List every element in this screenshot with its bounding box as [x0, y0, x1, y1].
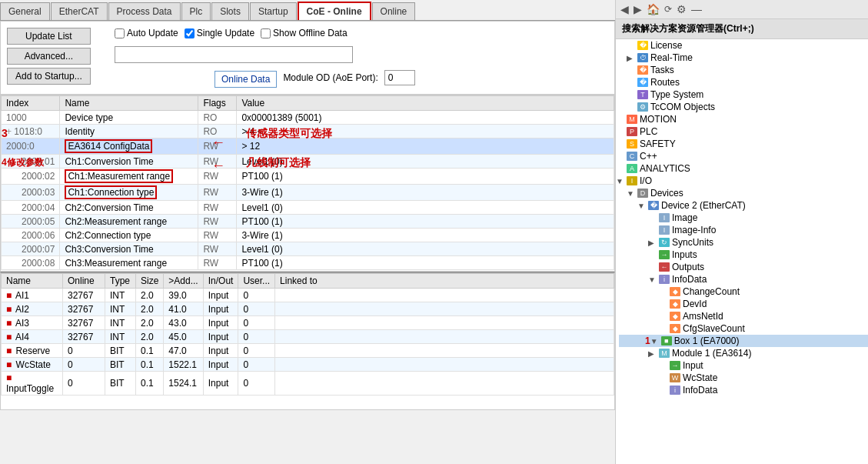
tree-item-cfgslavecount[interactable]: ◆ CfgSlaveCount — [616, 322, 868, 335]
single-update-checkbox[interactable]: Single Update — [185, 28, 254, 38]
tree-arrow-motion[interactable] — [616, 115, 627, 124]
tree-arrow-input[interactable] — [659, 362, 670, 370]
tree-arrow-imageinfo[interactable] — [648, 226, 659, 235]
bottom-table-row[interactable]: ■ InputToggle 0 BIT 0.1 1524.1 Input 0 — [2, 372, 614, 396]
tree-item-io[interactable]: ▼ I I/O — [616, 175, 868, 187]
coe-row-index[interactable]: 1000 — [2, 111, 60, 125]
coe-row-name[interactable]: Ch1:Connection type — [60, 185, 198, 201]
tab-plc[interactable]: Plc — [181, 2, 211, 20]
coe-row-index[interactable]: 2000:06 — [2, 229, 60, 242]
online-data-button[interactable]: Online Data — [215, 71, 277, 88]
tree-item-motion[interactable]: M MOTION — [616, 113, 868, 125]
add-to-startup-button[interactable]: Add to Startup... — [7, 68, 91, 85]
tree-item-tasks[interactable]: � Tasks — [616, 64, 868, 76]
tree-arrow-typesystem[interactable] — [627, 91, 637, 99]
tree-arrow-realtime[interactable]: ▶ — [627, 54, 637, 62]
tree-item-tccom[interactable]: ⚙ TcCOM Objects — [616, 101, 868, 113]
tab-processdata[interactable]: Process Data — [108, 2, 181, 20]
tree-item-device2[interactable]: ▼ � Device 2 (EtherCAT) — [616, 199, 868, 212]
toolbar-settings[interactable]: ⚙ — [675, 2, 688, 17]
tree-arrow-inputs[interactable] — [648, 251, 659, 259]
bottom-table-row[interactable]: ■ Reserve 0 BIT 0.1 47.0 Input 0 — [2, 344, 614, 358]
tab-slots[interactable]: Slots — [211, 2, 249, 20]
tree-item-wcstate2[interactable]: W WcState — [616, 372, 868, 384]
coe-row-index[interactable]: 2000:0 — [2, 139, 60, 155]
text-box[interactable] — [115, 46, 353, 63]
auto-update-input[interactable] — [115, 28, 125, 38]
coe-row-index[interactable]: 2000:02 — [2, 169, 60, 185]
tree-arrow-changecount[interactable] — [659, 288, 670, 296]
coe-row-index[interactable]: + 1018:0 — [2, 125, 60, 139]
tree-item-imageinfo[interactable]: I Image-Info — [616, 224, 868, 236]
toolbar-refresh[interactable]: ⟳ — [663, 2, 673, 16]
show-offline-checkbox[interactable]: Show Offline Data — [261, 28, 348, 38]
tree-item-box1[interactable]: 1▼ ■ Box 1 (EA7000) — [619, 335, 868, 347]
coe-row-name[interactable]: Ch3:Measurement range — [60, 256, 198, 270]
tab-general[interactable]: General — [0, 2, 50, 20]
toolbar-minimize[interactable]: — — [690, 2, 703, 17]
coe-row-index[interactable]: 2000:01 — [2, 155, 60, 169]
bottom-table-row[interactable]: ■ AI3 32767 INT 2.0 43.0 Input 0 — [2, 316, 614, 330]
show-offline-input[interactable] — [261, 28, 271, 38]
coe-row-name[interactable]: Device type — [60, 111, 198, 125]
tree-item-amsnetid[interactable]: ◆ AmsNetId — [616, 310, 868, 322]
single-update-input[interactable] — [185, 28, 195, 38]
coe-row-index[interactable]: 2000:03 — [2, 185, 60, 201]
tree-item-infodata2[interactable]: i InfoData — [616, 384, 868, 396]
coe-row-name[interactable]: EA3614 ConfigData — [60, 139, 198, 155]
tree-item-devices[interactable]: ▼ D Devices — [616, 187, 868, 199]
auto-update-checkbox[interactable]: Auto Update — [115, 28, 178, 38]
tree-arrow-analytics[interactable] — [616, 165, 627, 173]
tree-item-inputs[interactable]: → Inputs — [616, 249, 868, 261]
tree-item-syncunits[interactable]: ▶ ↻ SyncUnits — [616, 236, 868, 249]
coe-row-name[interactable]: Ch2:Connection type — [60, 229, 198, 242]
tree-item-realtime[interactable]: ▶ ⏱ Real-Time — [616, 52, 868, 64]
tree-item-infodata[interactable]: ▼ i InfoData — [616, 273, 868, 285]
tree-arrow-cpp[interactable] — [616, 152, 627, 161]
coe-row-index[interactable]: 2000:04 — [2, 201, 60, 215]
tree-arrow-devid[interactable] — [659, 300, 670, 309]
tree-item-typesystem[interactable]: T Type System — [616, 88, 868, 101]
tree-arrow-infodata2[interactable] — [659, 386, 670, 395]
toolbar-forward[interactable]: ▶ — [632, 2, 644, 17]
coe-row-name[interactable]: Ch1:Conversion Time — [60, 155, 198, 169]
tab-ethercat[interactable]: EtherCAT — [51, 2, 108, 20]
bottom-table-row[interactable]: ■ AI2 32767 INT 2.0 41.0 Input 0 — [2, 302, 614, 316]
tree-arrow-wcstate2[interactable] — [659, 374, 670, 382]
toolbar-home[interactable]: 🏠 — [645, 2, 661, 17]
tree-arrow-routes[interactable] — [627, 78, 637, 87]
coe-row-name[interactable]: Ch2:Conversion Time — [60, 201, 198, 215]
tree-arrow-devices[interactable]: ▼ — [627, 189, 637, 198]
coe-row-index[interactable]: 2000:08 — [2, 256, 60, 270]
tree-item-cpp[interactable]: C C++ — [616, 150, 868, 162]
coe-row-name[interactable]: Identity — [60, 125, 198, 139]
tree-item-module1[interactable]: ▶ M Module 1 (EA3614) — [616, 347, 868, 359]
tree-item-image[interactable]: I Image — [616, 212, 868, 224]
tree-arrow-tasks[interactable] — [627, 66, 637, 75]
tree-item-plc[interactable]: P PLC — [616, 125, 868, 138]
tab-online[interactable]: Online — [372, 2, 416, 20]
tree-arrow-device2[interactable]: ▼ — [637, 202, 648, 210]
tree-item-safety[interactable]: S SAFETY — [616, 138, 868, 150]
coe-row-name[interactable]: Ch1:Measurement range — [60, 169, 198, 185]
tab-startup[interactable]: Startup — [250, 2, 297, 20]
tree-item-devid[interactable]: ◆ DevId — [616, 298, 868, 310]
tree-item-changecount[interactable]: ◆ ChangeCount — [616, 285, 868, 298]
coe-row-index[interactable]: 2000:05 — [2, 215, 60, 229]
coe-row-name[interactable]: Ch3:Conversion Time — [60, 242, 198, 256]
tree-arrow-infodata[interactable]: ▼ — [648, 275, 659, 284]
tab-coe-online[interactable]: CoE - Online — [298, 2, 371, 20]
tree-arrow-outputs[interactable] — [648, 263, 659, 272]
advanced-button[interactable]: Advanced... — [7, 48, 91, 65]
coe-row-name[interactable]: Ch2:Measurement range — [60, 215, 198, 229]
tree-arrow-tccom[interactable] — [627, 103, 637, 112]
bottom-table-row[interactable]: ■ AI4 32767 INT 2.0 45.0 Input 0 — [2, 330, 614, 344]
module-od-input[interactable] — [384, 70, 415, 85]
update-list-button[interactable]: Update List — [7, 28, 91, 45]
tree-item-license[interactable]: � License — [616, 39, 868, 52]
tree-arrow-io[interactable]: ▼ — [616, 177, 627, 185]
tree-arrow-amsnetid[interactable] — [659, 312, 670, 321]
tree-arrow-image[interactable] — [648, 214, 659, 222]
tree-arrow-syncunits[interactable]: ▶ — [648, 239, 659, 247]
coe-row-index[interactable]: 2000:07 — [2, 242, 60, 256]
